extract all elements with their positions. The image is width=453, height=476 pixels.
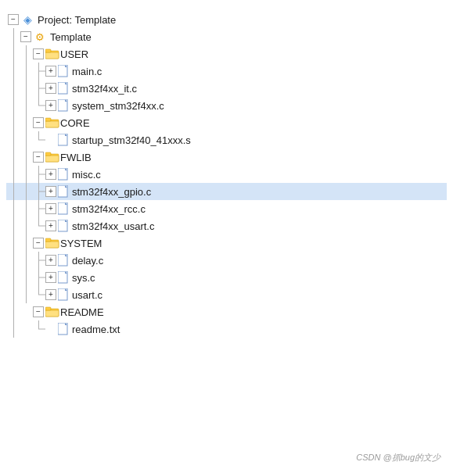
vl — [20, 131, 33, 149]
misc-c-file-icon — [58, 168, 69, 181]
usart-c-file-icon — [58, 220, 69, 232]
readme-txt-no-expand — [45, 324, 56, 335]
vl1 — [8, 45, 20, 63]
project-expand-btn[interactable]: − — [8, 14, 19, 25]
system-folder-row[interactable]: − SYSTEM — [6, 234, 447, 252]
vl — [20, 252, 33, 269]
gpio-c-row[interactable]: + stm32f4xx_gpio.c — [6, 183, 447, 200]
startup-row[interactable]: startup_stm32f40_41xxx.s — [6, 131, 447, 149]
vl2 — [20, 303, 33, 320]
readme-children: readme.txt — [6, 320, 447, 338]
core-folder-node: − CORE — [6, 114, 447, 149]
rcc-c-expand[interactable]: + — [45, 203, 56, 214]
vl — [20, 97, 33, 114]
system-children: + delay.c — [6, 252, 447, 303]
gpio-c-expand[interactable]: + — [45, 186, 56, 197]
fwlib-folder-row[interactable]: − FWLIB — [6, 149, 447, 166]
usart-sys-c-label: usart.c — [71, 289, 102, 301]
svg-rect-16 — [45, 152, 51, 156]
sys-c-label: sys.c — [71, 272, 95, 284]
vl — [20, 286, 33, 303]
user-expand-btn[interactable]: − — [33, 48, 44, 59]
delay-c-expand[interactable]: + — [45, 255, 56, 266]
misc-c-expand[interactable]: + — [45, 169, 56, 180]
fwlib-folder-icon — [45, 152, 59, 163]
system-stm32-row[interactable]: + system_stm32f4xx.c — [6, 97, 447, 114]
readme-txt-file-icon — [58, 323, 69, 335]
stm32-it-row[interactable]: + stm32f4xx_it.c — [6, 80, 447, 97]
system-stm32-label: system_stm32f4xx.c — [71, 100, 164, 112]
template-expand-btn[interactable]: − — [20, 31, 31, 42]
main-c-expand[interactable]: + — [45, 66, 56, 77]
vl — [8, 80, 20, 97]
tree-container: − ◈ Project: Template − ⚙ Template — [0, 6, 453, 342]
hl — [33, 80, 45, 97]
fwlib-label: FWLIB — [59, 152, 92, 163]
vl — [20, 63, 33, 80]
svg-rect-36 — [45, 307, 51, 310]
system-label: SYSTEM — [59, 238, 102, 249]
fwlib-children: + misc.c — [6, 166, 447, 234]
vl — [8, 217, 20, 234]
vl — [8, 166, 20, 183]
vl1 — [8, 114, 20, 131]
readme-txt-row[interactable]: readme.txt — [6, 320, 447, 338]
user-folder-node: − USER — [6, 45, 447, 114]
system-folder-node: − SYSTEM — [6, 234, 447, 303]
gear-icon: ⚙ — [33, 30, 47, 43]
template-label: Template — [49, 31, 92, 43]
watermark: CSDN @抓bug的文少 — [356, 452, 440, 463]
vl — [20, 200, 33, 217]
rcc-c-row[interactable]: + stm32f4xx_rcc.c — [6, 200, 447, 217]
hl — [33, 217, 45, 234]
vl — [8, 200, 20, 217]
startup-label: startup_stm32f40_41xxx.s — [71, 134, 191, 146]
usart-c-label: stm32f4xx_usart.c — [71, 220, 155, 232]
user-label: USER — [59, 48, 88, 60]
usart-sys-c-expand[interactable]: + — [45, 289, 56, 300]
hl — [33, 252, 45, 269]
sys-c-row[interactable]: + sys.c — [6, 269, 447, 286]
main-c-label: main.c — [71, 66, 102, 77]
rcc-c-file-icon — [58, 202, 69, 215]
vl — [8, 252, 20, 269]
hl — [33, 97, 45, 114]
sys-c-file-icon — [58, 271, 69, 284]
project-icon: ◈ — [20, 13, 34, 26]
user-folder-row[interactable]: − USER — [6, 45, 447, 63]
usart-c-row[interactable]: + stm32f4xx_usart.c — [6, 217, 447, 234]
vl2 — [20, 234, 33, 252]
template-row[interactable]: − ⚙ Template — [6, 28, 447, 45]
hl — [33, 269, 45, 286]
system-stm32-file-icon — [58, 99, 69, 112]
system-expand-btn[interactable]: − — [33, 238, 44, 249]
core-expand-btn[interactable]: − — [33, 117, 44, 128]
vl1 — [8, 234, 20, 252]
main-c-file-icon — [58, 65, 69, 77]
readme-folder-row[interactable]: − README — [6, 303, 447, 320]
project-label: Project: Template — [37, 14, 116, 26]
stm32-it-expand[interactable]: + — [45, 83, 56, 94]
svg-rect-15 — [45, 156, 59, 162]
system-stm32-expand[interactable]: + — [45, 100, 56, 111]
project-row[interactable]: − ◈ Project: Template — [6, 11, 447, 28]
startup-file-icon — [58, 134, 69, 146]
core-folder-row[interactable]: − CORE — [6, 114, 447, 131]
vl2 — [20, 114, 33, 131]
vl — [20, 320, 33, 338]
gpio-c-file-icon — [58, 185, 69, 198]
readme-expand-btn[interactable]: − — [33, 306, 44, 317]
core-children: startup_stm32f40_41xxx.s — [6, 131, 447, 149]
vl — [20, 80, 33, 97]
usart-c-expand[interactable]: + — [45, 220, 56, 231]
usart-sys-c-file-icon — [58, 288, 69, 301]
delay-c-row[interactable]: + delay.c — [6, 252, 447, 269]
usart-sys-c-row[interactable]: + usart.c — [6, 286, 447, 303]
sys-c-expand[interactable]: + — [45, 272, 56, 283]
project-root-node: − ◈ Project: Template − ⚙ Template — [6, 11, 447, 338]
fwlib-expand-btn[interactable]: − — [33, 152, 44, 163]
misc-c-row[interactable]: + misc.c — [6, 166, 447, 183]
hl — [33, 183, 45, 200]
vl — [8, 63, 20, 80]
main-c-row[interactable]: + main.c — [6, 63, 447, 80]
